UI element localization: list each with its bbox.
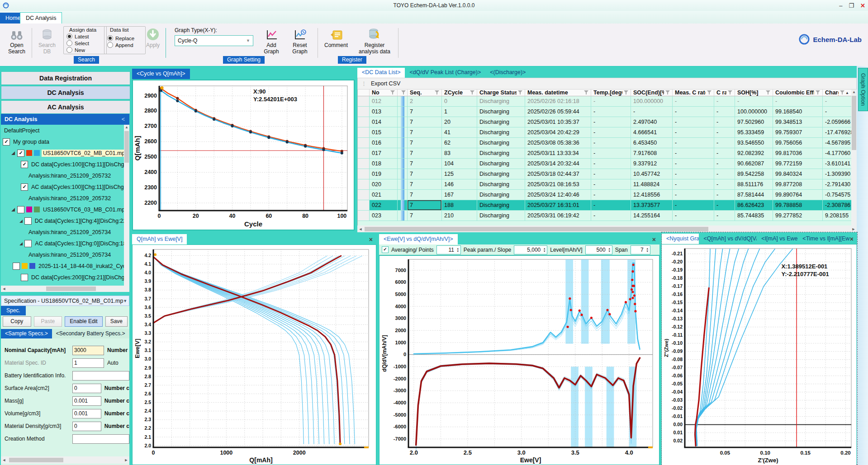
maximize-icon[interactable]: ❐ bbox=[849, 2, 854, 9]
tab-dc-data-list[interactable]: <DC Data List> bbox=[357, 68, 405, 78]
table-cell[interactable]: 87.581444 bbox=[735, 190, 773, 200]
comment-button[interactable]: Comment bbox=[322, 27, 350, 48]
table-cell[interactable]: 93.546550 bbox=[735, 138, 773, 148]
tree-vertical-scrollbar[interactable]: ▲ bbox=[124, 125, 129, 286]
table-cell[interactable]: -2.791430 bbox=[823, 179, 852, 190]
table-cell[interactable]: -4.177060 bbox=[823, 148, 852, 159]
table-cell[interactable]: Discharging bbox=[477, 107, 525, 117]
table-cell[interactable]: - bbox=[591, 117, 631, 127]
table-cell[interactable]: 188 bbox=[442, 200, 477, 211]
radio-select[interactable]: Select bbox=[66, 40, 104, 47]
table-cell[interactable]: 023 bbox=[370, 211, 398, 221]
table-cell[interactable]: 9.337912 bbox=[631, 159, 673, 169]
dqdv-chart[interactable]: 2.02.53.03.54.07000600050004000300020001… bbox=[380, 257, 658, 465]
splitter-handle[interactable]: .... bbox=[1, 292, 129, 296]
table-cell[interactable]: - bbox=[591, 127, 631, 138]
close-icon[interactable]: × bbox=[850, 236, 854, 242]
peak-slope-stepper[interactable]: 5,000▲▼ bbox=[514, 245, 547, 254]
tree-checkbox[interactable]: ✓ bbox=[17, 150, 24, 157]
table-cell[interactable]: 014 bbox=[370, 117, 398, 127]
tab-cycle-vs-q[interactable]: <Cycle vs Q[mAh]> bbox=[132, 69, 190, 79]
table-cell[interactable] bbox=[398, 127, 408, 138]
table-cell[interactable]: 7 bbox=[408, 148, 442, 159]
tree-item[interactable]: Analysis:hirano_251209_205732 bbox=[1, 170, 129, 181]
table-cell[interactable]: 90.662087 bbox=[735, 159, 773, 169]
table-cell[interactable]: - bbox=[735, 96, 773, 107]
tab-secondary-battery-specs[interactable]: <Secondary Battery Specs.> bbox=[52, 329, 129, 338]
table-cell[interactable]: 7 bbox=[408, 159, 442, 169]
table-cell[interactable]: 95.333459 bbox=[735, 127, 773, 138]
tab-time-vs-i[interactable]: <Time vs I[mA][Ewe bbox=[798, 234, 849, 244]
tab-i-vs-ewe[interactable]: <I[mA] vs Ewe| bbox=[757, 234, 798, 244]
tree-checkbox[interactable] bbox=[24, 240, 32, 247]
table-cell[interactable] bbox=[398, 190, 408, 200]
filter-icon[interactable] bbox=[707, 90, 711, 95]
table-cell[interactable]: 88.511176 bbox=[735, 179, 773, 190]
tree-item[interactable]: DefaultProject bbox=[1, 125, 129, 136]
tree-item[interactable]: Analysis:hirano_251209_205734 bbox=[1, 226, 129, 238]
table-cell[interactable]: 125 bbox=[442, 169, 477, 179]
export-csv-button[interactable]: Export CSV bbox=[371, 80, 400, 87]
table-cell[interactable]: 015 bbox=[370, 127, 398, 138]
expander-icon[interactable] bbox=[19, 219, 23, 223]
table-cell[interactable]: 7 bbox=[408, 179, 442, 190]
table-cell[interactable]: 013 bbox=[370, 107, 398, 117]
column-header[interactable]: SOH[%] bbox=[735, 89, 773, 96]
column-header[interactable]: Seq. bbox=[408, 89, 442, 96]
copy-button[interactable]: Copy bbox=[3, 316, 31, 327]
expander-icon[interactable] bbox=[11, 207, 15, 212]
table-cell[interactable]: 6.453450 bbox=[631, 138, 673, 148]
table-cell[interactable]: - bbox=[714, 96, 735, 107]
table-cell[interactable]: 99.759307 bbox=[773, 127, 823, 138]
cycle-q-chart[interactable]: 0204060801002200230024002500260027002800… bbox=[134, 81, 353, 230]
table-cell[interactable]: 020 bbox=[370, 179, 398, 190]
table-row[interactable]: 0187104Discharging2025/03/14 20:32:44-9.… bbox=[358, 159, 857, 169]
table-cell[interactable]: 017 bbox=[370, 148, 398, 159]
table-cell[interactable]: 7 bbox=[408, 138, 442, 148]
table-cell[interactable]: 92.082392 bbox=[735, 148, 773, 159]
close-icon[interactable]: ✕ bbox=[860, 2, 865, 9]
table-cell[interactable]: -2.308786 bbox=[823, 200, 852, 211]
column-header[interactable]: Meas. C rate bbox=[673, 89, 714, 96]
table-cell[interactable] bbox=[398, 179, 408, 190]
table-cell[interactable]: -1.309390 bbox=[823, 169, 852, 179]
table-cell[interactable]: Discharging bbox=[477, 117, 525, 127]
table-cell[interactable]: - bbox=[714, 159, 735, 169]
table-cell[interactable]: 99.788858 bbox=[773, 200, 823, 211]
radio-icon[interactable] bbox=[107, 35, 113, 41]
q-ewe-chart[interactable]: 0100020002.02.12.22.32.42.52.62.72.82.93… bbox=[133, 246, 375, 465]
tab-dqdv-peak-list-charge[interactable]: <dQ/dV Peak List (Charge)> bbox=[405, 68, 485, 78]
table-cell[interactable]: 2025/03/24 12:40:46 bbox=[525, 190, 591, 200]
table-cell[interactable] bbox=[398, 159, 408, 169]
table-cell[interactable]: 104 bbox=[442, 159, 477, 169]
filter-icon[interactable] bbox=[728, 90, 732, 95]
table-cell[interactable]: 9.208155 bbox=[823, 211, 852, 221]
table-row[interactable]: 014720Discharging2025/03/01 10:35:37-2.4… bbox=[358, 117, 857, 127]
table-cell[interactable]: 99.772159 bbox=[773, 159, 823, 169]
expander-icon[interactable] bbox=[19, 241, 23, 246]
table-cell[interactable]: 97.502960 bbox=[735, 117, 773, 127]
table-cell[interactable]: -4.567895 bbox=[823, 138, 852, 148]
apply-button[interactable]: Apply bbox=[143, 27, 163, 48]
spec-field-input[interactable]: 0 bbox=[72, 384, 101, 393]
table-cell[interactable]: - bbox=[673, 169, 714, 179]
filter-icon[interactable] bbox=[401, 90, 406, 95]
spec-field-input[interactable]: 3000 bbox=[72, 346, 104, 355]
table-cell[interactable]: Discharging bbox=[477, 159, 525, 169]
tree-item[interactable]: DC data[Cycles:1][Chg:4][DisChg:22] bbox=[1, 215, 129, 226]
tree-item[interactable]: ✓My group data bbox=[1, 136, 129, 147]
table-cell[interactable]: 62 bbox=[442, 138, 477, 148]
table-cell[interactable]: - bbox=[591, 107, 631, 117]
table-cell[interactable]: 86.626423 bbox=[735, 200, 773, 211]
sidebar-bottom-scrollbar[interactable]: ◄► bbox=[1, 456, 129, 464]
tree-checkbox[interactable]: ✓ bbox=[21, 161, 28, 168]
table-cell[interactable]: 100.000000 bbox=[735, 107, 773, 117]
table-cell[interactable]: 018 bbox=[370, 159, 398, 169]
table-cell[interactable]: 7 bbox=[408, 169, 442, 179]
table-cell[interactable] bbox=[398, 107, 408, 117]
tab-discharge[interactable]: <(Discharge)> bbox=[485, 68, 530, 78]
table-cell[interactable]: Discharging bbox=[477, 169, 525, 179]
table-cell[interactable]: 012 bbox=[370, 96, 398, 107]
sidebar-item-data-registration[interactable]: Data Registration bbox=[1, 71, 130, 85]
tree-checkbox[interactable] bbox=[13, 263, 20, 270]
